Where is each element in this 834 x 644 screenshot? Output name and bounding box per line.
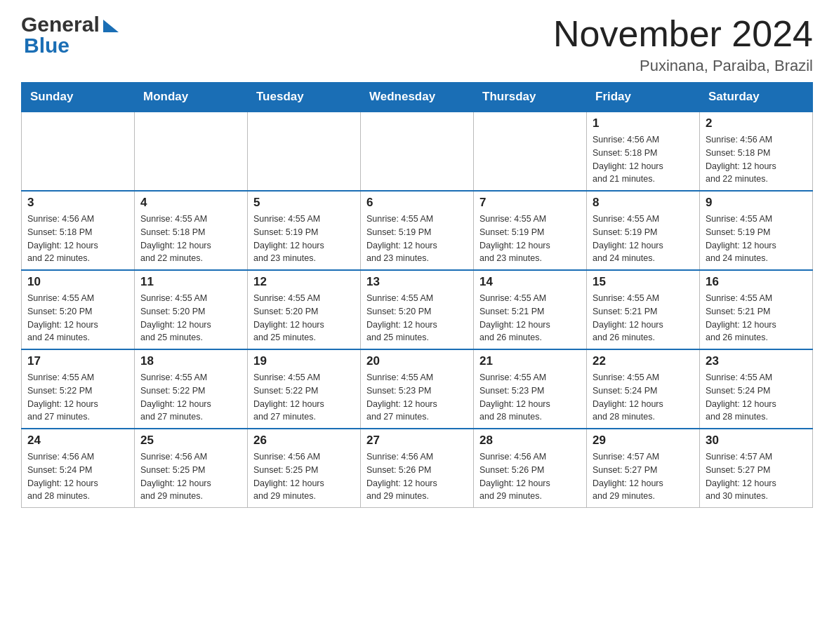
day-info: Sunrise: 4:55 AMSunset: 5:20 PMDaylight:… xyxy=(140,292,241,344)
weekday-header-thursday: Thursday xyxy=(474,83,587,112)
day-number: 19 xyxy=(253,354,355,368)
day-number: 6 xyxy=(366,196,468,210)
weekday-header-saturday: Saturday xyxy=(700,83,813,112)
day-number: 10 xyxy=(27,275,128,289)
day-number: 24 xyxy=(27,434,128,448)
calendar-cell: 8Sunrise: 4:55 AMSunset: 5:19 PMDaylight… xyxy=(587,191,700,270)
calendar-cell: 17Sunrise: 4:55 AMSunset: 5:22 PMDayligh… xyxy=(22,349,135,429)
calendar-cell: 24Sunrise: 4:56 AMSunset: 5:24 PMDayligh… xyxy=(22,429,135,508)
day-info: Sunrise: 4:55 AMSunset: 5:20 PMDaylight:… xyxy=(253,292,355,344)
day-number: 7 xyxy=(479,196,581,210)
day-info: Sunrise: 4:55 AMSunset: 5:22 PMDaylight:… xyxy=(27,371,128,424)
calendar-cell: 28Sunrise: 4:56 AMSunset: 5:26 PMDayligh… xyxy=(474,429,587,508)
day-info: Sunrise: 4:56 AMSunset: 5:18 PMDaylight:… xyxy=(706,133,807,186)
day-number: 2 xyxy=(706,116,807,130)
calendar-cell: 15Sunrise: 4:55 AMSunset: 5:21 PMDayligh… xyxy=(587,270,700,349)
day-number: 11 xyxy=(140,275,241,289)
day-number: 8 xyxy=(593,196,694,210)
calendar-cell: 20Sunrise: 4:55 AMSunset: 5:23 PMDayligh… xyxy=(361,349,474,429)
calendar-cell: 13Sunrise: 4:55 AMSunset: 5:20 PMDayligh… xyxy=(361,270,474,349)
calendar-title: November 2024 xyxy=(553,14,813,54)
day-info: Sunrise: 4:56 AMSunset: 5:18 PMDaylight:… xyxy=(27,213,128,265)
day-info: Sunrise: 4:55 AMSunset: 5:18 PMDaylight:… xyxy=(140,213,241,265)
calendar-cell: 27Sunrise: 4:56 AMSunset: 5:26 PMDayligh… xyxy=(361,429,474,508)
day-info: Sunrise: 4:55 AMSunset: 5:20 PMDaylight:… xyxy=(366,292,468,344)
day-number: 9 xyxy=(706,196,807,210)
calendar-cell: 2Sunrise: 4:56 AMSunset: 5:18 PMDaylight… xyxy=(700,112,813,191)
day-info: Sunrise: 4:56 AMSunset: 5:24 PMDaylight:… xyxy=(27,450,128,503)
calendar-cell: 12Sunrise: 4:55 AMSunset: 5:20 PMDayligh… xyxy=(248,270,361,349)
day-number: 17 xyxy=(27,354,128,368)
calendar-cell xyxy=(474,112,587,191)
day-info: Sunrise: 4:55 AMSunset: 5:23 PMDaylight:… xyxy=(366,371,468,424)
day-number: 30 xyxy=(706,434,807,448)
day-info: Sunrise: 4:56 AMSunset: 5:25 PMDaylight:… xyxy=(140,450,241,503)
calendar-cell: 26Sunrise: 4:56 AMSunset: 5:25 PMDayligh… xyxy=(248,429,361,508)
day-number: 1 xyxy=(593,116,694,130)
calendar-cell: 7Sunrise: 4:55 AMSunset: 5:19 PMDaylight… xyxy=(474,191,587,270)
day-number: 12 xyxy=(253,275,355,289)
day-number: 18 xyxy=(140,354,241,368)
calendar-cell: 29Sunrise: 4:57 AMSunset: 5:27 PMDayligh… xyxy=(587,429,700,508)
day-number: 29 xyxy=(593,434,694,448)
calendar-cell: 5Sunrise: 4:55 AMSunset: 5:19 PMDaylight… xyxy=(248,191,361,270)
day-info: Sunrise: 4:55 AMSunset: 5:19 PMDaylight:… xyxy=(706,213,807,265)
day-info: Sunrise: 4:56 AMSunset: 5:26 PMDaylight:… xyxy=(366,450,468,503)
calendar-week-row: 17Sunrise: 4:55 AMSunset: 5:22 PMDayligh… xyxy=(22,349,813,429)
calendar-cell: 19Sunrise: 4:55 AMSunset: 5:22 PMDayligh… xyxy=(248,349,361,429)
day-number: 5 xyxy=(253,196,355,210)
calendar-cell: 30Sunrise: 4:57 AMSunset: 5:27 PMDayligh… xyxy=(700,429,813,508)
calendar-cell: 14Sunrise: 4:55 AMSunset: 5:21 PMDayligh… xyxy=(474,270,587,349)
calendar-cell: 10Sunrise: 4:55 AMSunset: 5:20 PMDayligh… xyxy=(22,270,135,349)
day-info: Sunrise: 4:55 AMSunset: 5:19 PMDaylight:… xyxy=(366,213,468,265)
day-number: 20 xyxy=(366,354,468,368)
day-info: Sunrise: 4:55 AMSunset: 5:19 PMDaylight:… xyxy=(253,213,355,265)
calendar-subtitle: Puxinana, Paraiba, Brazil xyxy=(553,57,813,75)
day-number: 28 xyxy=(479,434,581,448)
logo-blue-text: Blue xyxy=(24,34,70,57)
calendar-cell: 21Sunrise: 4:55 AMSunset: 5:23 PMDayligh… xyxy=(474,349,587,429)
logo: General Blue xyxy=(21,14,119,56)
day-info: Sunrise: 4:55 AMSunset: 5:22 PMDaylight:… xyxy=(253,371,355,424)
weekday-header-friday: Friday xyxy=(587,83,700,112)
day-number: 4 xyxy=(140,196,241,210)
weekday-header-row: SundayMondayTuesdayWednesdayThursdayFrid… xyxy=(22,83,813,112)
calendar-cell xyxy=(22,112,135,191)
day-info: Sunrise: 4:55 AMSunset: 5:24 PMDaylight:… xyxy=(706,371,807,424)
day-info: Sunrise: 4:57 AMSunset: 5:27 PMDaylight:… xyxy=(593,450,694,503)
day-info: Sunrise: 4:55 AMSunset: 5:21 PMDaylight:… xyxy=(706,292,807,344)
day-info: Sunrise: 4:55 AMSunset: 5:20 PMDaylight:… xyxy=(27,292,128,344)
calendar-week-row: 3Sunrise: 4:56 AMSunset: 5:18 PMDaylight… xyxy=(22,191,813,270)
calendar-cell xyxy=(248,112,361,191)
day-info: Sunrise: 4:55 AMSunset: 5:23 PMDaylight:… xyxy=(479,371,581,424)
calendar-cell: 25Sunrise: 4:56 AMSunset: 5:25 PMDayligh… xyxy=(135,429,248,508)
day-info: Sunrise: 4:55 AMSunset: 5:22 PMDaylight:… xyxy=(140,371,241,424)
calendar-cell: 11Sunrise: 4:55 AMSunset: 5:20 PMDayligh… xyxy=(135,270,248,349)
day-number: 15 xyxy=(593,275,694,289)
day-number: 13 xyxy=(366,275,468,289)
calendar-week-row: 24Sunrise: 4:56 AMSunset: 5:24 PMDayligh… xyxy=(22,429,813,508)
calendar-cell: 1Sunrise: 4:56 AMSunset: 5:18 PMDaylight… xyxy=(587,112,700,191)
day-info: Sunrise: 4:55 AMSunset: 5:21 PMDaylight:… xyxy=(593,292,694,344)
day-info: Sunrise: 4:55 AMSunset: 5:21 PMDaylight:… xyxy=(479,292,581,344)
calendar-table: SundayMondayTuesdayWednesdayThursdayFrid… xyxy=(21,82,813,508)
day-info: Sunrise: 4:57 AMSunset: 5:27 PMDaylight:… xyxy=(706,450,807,503)
day-info: Sunrise: 4:56 AMSunset: 5:25 PMDaylight:… xyxy=(253,450,355,503)
day-number: 14 xyxy=(479,275,581,289)
calendar-cell: 9Sunrise: 4:55 AMSunset: 5:19 PMDaylight… xyxy=(700,191,813,270)
weekday-header-tuesday: Tuesday xyxy=(248,83,361,112)
calendar-cell: 4Sunrise: 4:55 AMSunset: 5:18 PMDaylight… xyxy=(135,191,248,270)
calendar-cell: 3Sunrise: 4:56 AMSunset: 5:18 PMDaylight… xyxy=(22,191,135,270)
day-number: 22 xyxy=(593,354,694,368)
calendar-cell: 18Sunrise: 4:55 AMSunset: 5:22 PMDayligh… xyxy=(135,349,248,429)
logo-arrow-icon xyxy=(103,20,119,32)
day-info: Sunrise: 4:55 AMSunset: 5:19 PMDaylight:… xyxy=(479,213,581,265)
title-area: November 2024 Puxinana, Paraiba, Brazil xyxy=(553,14,813,75)
calendar-cell xyxy=(135,112,248,191)
calendar-week-row: 1Sunrise: 4:56 AMSunset: 5:18 PMDaylight… xyxy=(22,112,813,191)
calendar-cell: 6Sunrise: 4:55 AMSunset: 5:19 PMDaylight… xyxy=(361,191,474,270)
day-info: Sunrise: 4:55 AMSunset: 5:24 PMDaylight:… xyxy=(593,371,694,424)
day-number: 25 xyxy=(140,434,241,448)
weekday-header-wednesday: Wednesday xyxy=(361,83,474,112)
day-number: 27 xyxy=(366,434,468,448)
